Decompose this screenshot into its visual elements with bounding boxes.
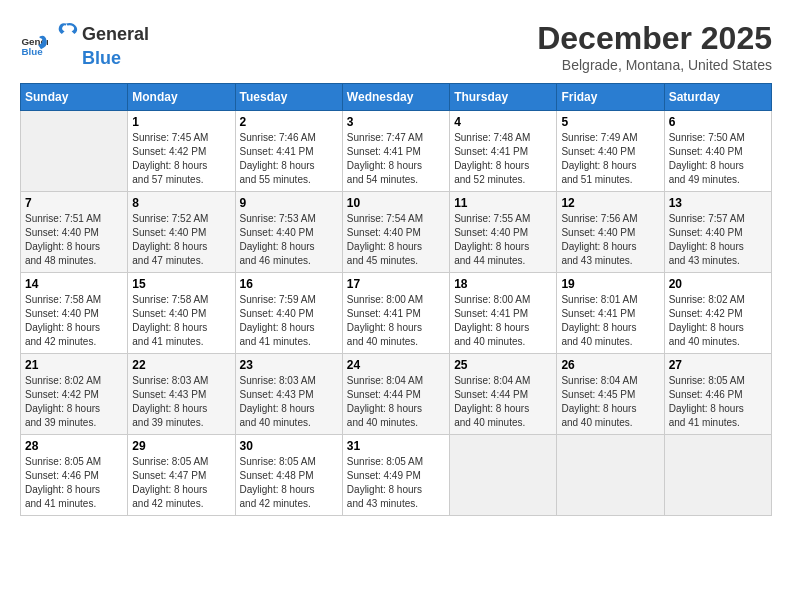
daylight-hours-text: Daylight: 8 hours bbox=[454, 240, 552, 254]
day-detail: Sunrise: 7:52 AMSunset: 4:40 PMDaylight:… bbox=[132, 212, 230, 268]
sunset-text: Sunset: 4:40 PM bbox=[25, 226, 123, 240]
day-number: 7 bbox=[25, 196, 123, 210]
daylight-minutes-text: and 40 minutes. bbox=[454, 416, 552, 430]
calendar-day-cell: 27Sunrise: 8:05 AMSunset: 4:46 PMDayligh… bbox=[664, 354, 771, 435]
day-detail: Sunrise: 7:55 AMSunset: 4:40 PMDaylight:… bbox=[454, 212, 552, 268]
calendar-week-row: 28Sunrise: 8:05 AMSunset: 4:46 PMDayligh… bbox=[21, 435, 772, 516]
daylight-hours-text: Daylight: 8 hours bbox=[454, 159, 552, 173]
logo-bird-icon bbox=[52, 20, 80, 48]
day-number: 31 bbox=[347, 439, 445, 453]
calendar-day-cell: 24Sunrise: 8:04 AMSunset: 4:44 PMDayligh… bbox=[342, 354, 449, 435]
calendar-day-cell: 22Sunrise: 8:03 AMSunset: 4:43 PMDayligh… bbox=[128, 354, 235, 435]
day-number: 15 bbox=[132, 277, 230, 291]
daylight-minutes-text: and 41 minutes. bbox=[240, 335, 338, 349]
daylight-text: Daylight: 8 hoursand 42 minutes. bbox=[240, 483, 338, 511]
sunset-text: Sunset: 4:44 PM bbox=[347, 388, 445, 402]
daylight-minutes-text: and 42 minutes. bbox=[132, 497, 230, 511]
sunset-text: Sunset: 4:46 PM bbox=[669, 388, 767, 402]
sunrise-text: Sunrise: 7:50 AM bbox=[669, 131, 767, 145]
day-number: 12 bbox=[561, 196, 659, 210]
daylight-text: Daylight: 8 hoursand 57 minutes. bbox=[132, 159, 230, 187]
daylight-text: Daylight: 8 hoursand 40 minutes. bbox=[347, 402, 445, 430]
daylight-minutes-text: and 48 minutes. bbox=[25, 254, 123, 268]
sunset-text: Sunset: 4:41 PM bbox=[561, 307, 659, 321]
daylight-minutes-text: and 55 minutes. bbox=[240, 173, 338, 187]
daylight-hours-text: Daylight: 8 hours bbox=[347, 159, 445, 173]
calendar-day-cell: 31Sunrise: 8:05 AMSunset: 4:49 PMDayligh… bbox=[342, 435, 449, 516]
calendar-table: SundayMondayTuesdayWednesdayThursdayFrid… bbox=[20, 83, 772, 516]
page-header: General Blue General Blue December 2025 … bbox=[20, 20, 772, 73]
daylight-hours-text: Daylight: 8 hours bbox=[240, 321, 338, 335]
sunset-text: Sunset: 4:43 PM bbox=[240, 388, 338, 402]
daylight-hours-text: Daylight: 8 hours bbox=[132, 402, 230, 416]
logo: General Blue General Blue bbox=[20, 20, 149, 69]
logo-text-blue: Blue bbox=[82, 48, 121, 68]
sunset-text: Sunset: 4:44 PM bbox=[454, 388, 552, 402]
sunset-text: Sunset: 4:42 PM bbox=[25, 388, 123, 402]
sunset-text: Sunset: 4:41 PM bbox=[347, 307, 445, 321]
daylight-hours-text: Daylight: 8 hours bbox=[669, 240, 767, 254]
day-number: 14 bbox=[25, 277, 123, 291]
daylight-minutes-text: and 52 minutes. bbox=[454, 173, 552, 187]
sunset-text: Sunset: 4:40 PM bbox=[347, 226, 445, 240]
daylight-minutes-text: and 57 minutes. bbox=[132, 173, 230, 187]
sunset-text: Sunset: 4:49 PM bbox=[347, 469, 445, 483]
day-number: 24 bbox=[347, 358, 445, 372]
sunrise-text: Sunrise: 8:05 AM bbox=[347, 455, 445, 469]
day-detail: Sunrise: 8:04 AMSunset: 4:44 PMDaylight:… bbox=[347, 374, 445, 430]
daylight-hours-text: Daylight: 8 hours bbox=[347, 321, 445, 335]
day-detail: Sunrise: 8:05 AMSunset: 4:47 PMDaylight:… bbox=[132, 455, 230, 511]
daylight-minutes-text: and 46 minutes. bbox=[240, 254, 338, 268]
day-detail: Sunrise: 7:51 AMSunset: 4:40 PMDaylight:… bbox=[25, 212, 123, 268]
day-detail: Sunrise: 7:50 AMSunset: 4:40 PMDaylight:… bbox=[669, 131, 767, 187]
calendar-day-cell: 26Sunrise: 8:04 AMSunset: 4:45 PMDayligh… bbox=[557, 354, 664, 435]
calendar-body: 1Sunrise: 7:45 AMSunset: 4:42 PMDaylight… bbox=[21, 111, 772, 516]
sunrise-text: Sunrise: 7:49 AM bbox=[561, 131, 659, 145]
daylight-text: Daylight: 8 hoursand 41 minutes. bbox=[25, 483, 123, 511]
calendar-day-cell: 16Sunrise: 7:59 AMSunset: 4:40 PMDayligh… bbox=[235, 273, 342, 354]
daylight-text: Daylight: 8 hoursand 43 minutes. bbox=[561, 240, 659, 268]
daylight-hours-text: Daylight: 8 hours bbox=[240, 402, 338, 416]
day-number: 1 bbox=[132, 115, 230, 129]
daylight-text: Daylight: 8 hoursand 49 minutes. bbox=[669, 159, 767, 187]
sunset-text: Sunset: 4:40 PM bbox=[669, 226, 767, 240]
daylight-minutes-text: and 45 minutes. bbox=[347, 254, 445, 268]
sunset-text: Sunset: 4:41 PM bbox=[240, 145, 338, 159]
daylight-minutes-text: and 40 minutes. bbox=[240, 416, 338, 430]
sunset-text: Sunset: 4:45 PM bbox=[561, 388, 659, 402]
daylight-text: Daylight: 8 hoursand 41 minutes. bbox=[132, 321, 230, 349]
daylight-minutes-text: and 39 minutes. bbox=[132, 416, 230, 430]
sunset-text: Sunset: 4:40 PM bbox=[240, 307, 338, 321]
day-detail: Sunrise: 7:57 AMSunset: 4:40 PMDaylight:… bbox=[669, 212, 767, 268]
calendar-week-row: 14Sunrise: 7:58 AMSunset: 4:40 PMDayligh… bbox=[21, 273, 772, 354]
daylight-hours-text: Daylight: 8 hours bbox=[347, 402, 445, 416]
daylight-text: Daylight: 8 hoursand 52 minutes. bbox=[454, 159, 552, 187]
day-number: 11 bbox=[454, 196, 552, 210]
calendar-day-cell: 23Sunrise: 8:03 AMSunset: 4:43 PMDayligh… bbox=[235, 354, 342, 435]
sunrise-text: Sunrise: 8:00 AM bbox=[347, 293, 445, 307]
day-number: 23 bbox=[240, 358, 338, 372]
daylight-minutes-text: and 40 minutes. bbox=[347, 335, 445, 349]
sunset-text: Sunset: 4:40 PM bbox=[132, 307, 230, 321]
sunset-text: Sunset: 4:40 PM bbox=[132, 226, 230, 240]
daylight-hours-text: Daylight: 8 hours bbox=[347, 483, 445, 497]
sunrise-text: Sunrise: 8:05 AM bbox=[240, 455, 338, 469]
day-detail: Sunrise: 8:03 AMSunset: 4:43 PMDaylight:… bbox=[132, 374, 230, 430]
day-detail: Sunrise: 8:02 AMSunset: 4:42 PMDaylight:… bbox=[25, 374, 123, 430]
calendar-day-cell bbox=[21, 111, 128, 192]
calendar-day-cell bbox=[664, 435, 771, 516]
sunset-text: Sunset: 4:40 PM bbox=[240, 226, 338, 240]
daylight-text: Daylight: 8 hoursand 39 minutes. bbox=[25, 402, 123, 430]
sunrise-text: Sunrise: 7:54 AM bbox=[347, 212, 445, 226]
day-detail: Sunrise: 7:49 AMSunset: 4:40 PMDaylight:… bbox=[561, 131, 659, 187]
sunrise-text: Sunrise: 7:47 AM bbox=[347, 131, 445, 145]
daylight-text: Daylight: 8 hoursand 43 minutes. bbox=[347, 483, 445, 511]
calendar-day-cell: 11Sunrise: 7:55 AMSunset: 4:40 PMDayligh… bbox=[450, 192, 557, 273]
day-detail: Sunrise: 8:01 AMSunset: 4:41 PMDaylight:… bbox=[561, 293, 659, 349]
daylight-minutes-text: and 41 minutes. bbox=[669, 416, 767, 430]
daylight-hours-text: Daylight: 8 hours bbox=[669, 159, 767, 173]
daylight-text: Daylight: 8 hoursand 41 minutes. bbox=[669, 402, 767, 430]
sunrise-text: Sunrise: 7:56 AM bbox=[561, 212, 659, 226]
daylight-minutes-text: and 40 minutes. bbox=[347, 416, 445, 430]
day-number: 8 bbox=[132, 196, 230, 210]
